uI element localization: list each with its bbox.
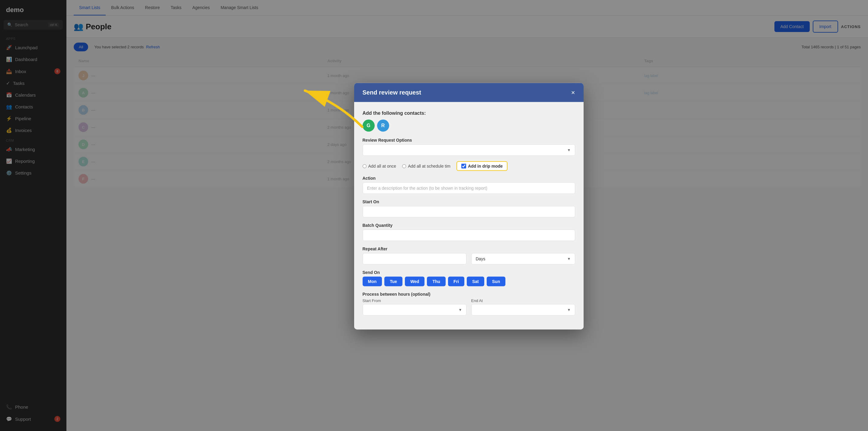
start-from-label: Start From	[363, 299, 466, 303]
days-row: Mon Tue Wed Thu Fri Sat Sun	[363, 277, 575, 286]
contact-avatar-g: G	[363, 120, 375, 132]
start-from-select[interactable]	[363, 304, 466, 316]
send-on-label: Send On	[363, 270, 575, 275]
day-thu-button[interactable]: Thu	[427, 277, 445, 286]
day-sat-button[interactable]: Sat	[467, 277, 484, 286]
modal-title: Send review request	[363, 89, 422, 96]
action-group: Action	[363, 176, 575, 194]
add-in-drip-mode-label: Add in drip mode	[468, 164, 503, 168]
repeat-after-fields: Days Hours Weeks	[363, 253, 575, 265]
day-sun-button[interactable]: Sun	[487, 277, 505, 286]
add-all-at-once-radio[interactable]	[363, 164, 367, 168]
add-all-at-schedule-label: Add all at schedule tim	[408, 164, 451, 168]
repeat-after-unit-select[interactable]: Days Hours Weeks	[471, 253, 575, 265]
add-all-at-schedule-radio[interactable]	[402, 164, 406, 168]
process-between-label: Process between hours (optional)	[363, 292, 575, 297]
review-request-options-group: Review Request Options	[363, 138, 575, 156]
contacts-label: Add the following contacts:	[363, 111, 575, 116]
repeat-after-input[interactable]	[363, 253, 466, 265]
repeat-after-group: Repeat After Days Hours Weeks	[363, 246, 575, 265]
add-in-drip-mode-checkbox[interactable]	[461, 164, 466, 168]
start-from-select-wrapper	[363, 304, 466, 316]
modal-header: Send review request ×	[354, 83, 584, 102]
repeat-after-label: Repeat After	[363, 246, 575, 251]
day-fri-button[interactable]: Fri	[448, 277, 464, 286]
modal-body: Add the following contacts: G R Review R…	[354, 102, 584, 330]
add-in-drip-mode-option[interactable]: Add in drip mode	[457, 161, 507, 171]
process-between-group: Process between hours (optional) Start F…	[363, 292, 575, 316]
day-tue-button[interactable]: Tue	[384, 277, 402, 286]
batch-quantity-input[interactable]	[363, 229, 575, 241]
radio-options-row: Add all at once Add all at schedule tim …	[363, 161, 575, 171]
day-mon-button[interactable]: Mon	[363, 277, 382, 286]
modal-close-button[interactable]: ×	[571, 89, 575, 96]
contact-avatars: G R	[363, 120, 575, 132]
repeat-after-unit-wrapper: Days Hours Weeks	[471, 253, 575, 265]
add-all-at-once-label: Add all at once	[368, 164, 396, 168]
review-request-options-label: Review Request Options	[363, 138, 575, 143]
end-at-label: End At	[471, 299, 575, 303]
review-request-select-wrapper	[363, 144, 575, 156]
send-review-modal: Send review request × Add the following …	[354, 83, 584, 330]
start-on-input[interactable]	[363, 206, 575, 217]
contact-avatar-r: R	[377, 120, 389, 132]
start-from-wrapper: Start From	[363, 299, 466, 316]
contacts-section: Add the following contacts: G R	[363, 111, 575, 132]
add-all-at-once-option[interactable]: Add all at once	[363, 164, 396, 168]
end-at-select[interactable]	[471, 304, 575, 316]
end-at-wrapper: End At	[471, 299, 575, 316]
day-wed-button[interactable]: Wed	[405, 277, 425, 286]
action-input[interactable]	[363, 182, 575, 194]
batch-quantity-group: Batch Quantity	[363, 223, 575, 241]
batch-quantity-label: Batch Quantity	[363, 223, 575, 228]
send-on-group: Send On Mon Tue Wed Thu Fri Sat Sun	[363, 270, 575, 286]
action-label: Action	[363, 176, 575, 181]
end-at-select-wrapper	[471, 304, 575, 316]
process-between-fields: Start From End At	[363, 299, 575, 316]
start-on-group: Start On	[363, 199, 575, 217]
review-request-select[interactable]	[363, 144, 575, 156]
add-all-at-schedule-option[interactable]: Add all at schedule tim	[402, 164, 451, 168]
start-on-label: Start On	[363, 199, 575, 204]
